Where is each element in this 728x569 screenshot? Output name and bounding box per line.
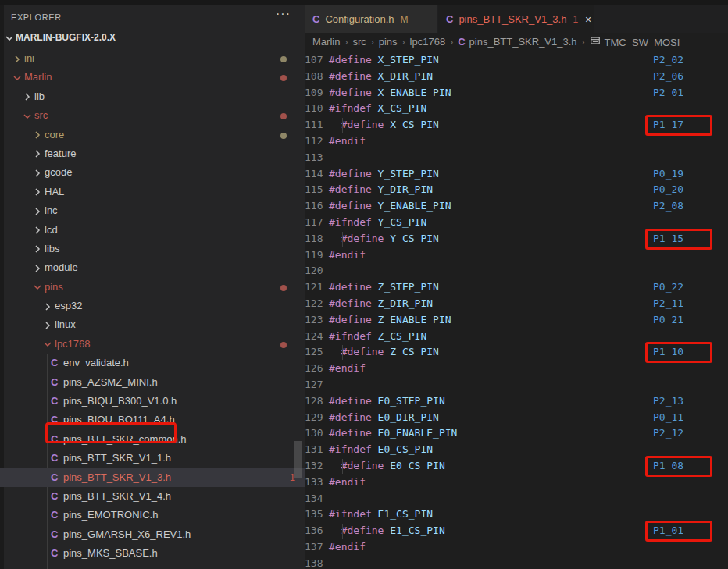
code-line[interactable]: 121#define Z_STEP_PINP0_22 [305,279,728,296]
sidebar-scrollbar-thumb[interactable] [294,441,302,478]
code-line[interactable]: 136 #define E1_CS_PINP1_01 [305,523,728,539]
code-line[interactable]: 127 [305,377,728,393]
tree-item-file[interactable] [0,564,305,569]
code-line[interactable]: 119#endif [305,247,728,264]
tree-item-folder[interactable]: core [0,126,305,144]
line-number[interactable]: 128 [305,393,329,410]
line-number[interactable]: 136 [305,523,329,539]
tree-item-file[interactable]: Cpins_EMOTRONIC.h [0,506,305,525]
code-line[interactable]: 122#define Z_DIR_PINP2_11 [305,296,728,312]
tree-item-folder[interactable]: pins [0,278,305,297]
line-number[interactable]: 126 [305,361,329,377]
workspace-root-item[interactable]: MARLIN-BUGFIX-2.0.X [0,29,305,48]
line-number[interactable]: 117 [305,215,329,231]
tree-item-folder[interactable]: lib [0,87,305,106]
tree-item-folder[interactable]: linux [0,315,305,334]
line-number[interactable]: 108 [305,69,329,85]
tree-item-file[interactable]: Cpins_BIQU_B300_V1.0.h [0,392,305,411]
tree-item-folder[interactable]: src [0,106,305,125]
code-line[interactable]: 124#ifndef Z_CS_PIN [305,329,728,345]
tree-item-folder[interactable]: Marlin [0,68,305,87]
tree-item-file[interactable]: Cpins_MKS_SBASE.h [0,544,305,563]
line-number[interactable]: 135 [305,507,329,523]
code-line[interactable]: 130#define E0_ENABLE_PINP2_12 [305,425,728,442]
tree-item-file[interactable]: Cpins_BTT_SKR_V1_1.h [0,449,305,468]
tree-item-file[interactable]: Cpins_BIQU_BQ111_A4.h [0,411,305,429]
breadcrumb-item[interactable]: pins [379,36,398,48]
line-number[interactable]: 125 [305,344,329,361]
line-number[interactable]: 109 [305,85,329,101]
line-number[interactable]: 134 [305,491,329,507]
line-number[interactable]: 124 [305,329,329,345]
code-line[interactable]: 137#endif [305,539,728,556]
line-number[interactable]: 119 [305,247,329,264]
tree-item-file[interactable]: Cpins_BTT_SKR_V1_4.h [0,487,305,506]
line-number[interactable]: 123 [305,312,329,329]
line-number[interactable]: 120 [305,263,329,279]
close-icon[interactable]: × [585,13,591,26]
tab-configuration-h[interactable]: C Configuration.h M [305,5,437,33]
code-line[interactable]: 134 [305,491,728,507]
breadcrumb-file-item[interactable]: Cpins_BTT_SKR_V1_3.h [458,36,576,48]
line-number[interactable]: 114 [305,166,329,183]
line-number[interactable]: 110 [305,101,329,117]
tree-item-folder[interactable]: lcd [0,221,305,240]
tree-item-folder[interactable]: ini [0,49,305,68]
code-line[interactable]: 110#ifndef X_CS_PIN [305,101,728,117]
line-number[interactable]: 107 [305,52,329,69]
code-line[interactable]: 114#define Y_STEP_PINP0_19 [305,166,728,183]
code-line[interactable]: 116#define Y_ENABLE_PINP2_08 [305,198,728,215]
tree-item-folder[interactable]: gcode [0,163,305,182]
code-line[interactable]: 108#define X_DIR_PINP2_06 [305,69,728,85]
code-line[interactable]: 138 [305,556,728,569]
code-line[interactable]: 115#define Y_DIR_PINP0_20 [305,182,728,198]
code-line[interactable]: 129#define E0_DIR_PINP0_11 [305,410,728,426]
breadcrumb-item[interactable]: lpc1768 [410,36,446,48]
code-line[interactable]: 112#endif [305,133,728,150]
line-number[interactable]: 121 [305,279,329,296]
line-number[interactable]: 127 [305,377,329,393]
tree-item-file[interactable]: Cpins_AZSMZ_MINI.h [0,373,305,392]
line-number[interactable]: 122 [305,296,329,312]
tree-item-folder[interactable]: HAL [0,183,305,201]
tree-item-folder[interactable]: esp32 [0,297,305,315]
tree-item-folder[interactable]: libs [0,240,305,258]
tree-item-folder[interactable]: feature [0,144,305,163]
code-line[interactable]: 132 #define E0_CS_PINP1_08 [305,458,728,475]
line-number[interactable]: 118 [305,231,329,247]
breadcrumb-symbol-item[interactable]: TMC_SW_MOSI [590,35,680,48]
line-number[interactable]: 113 [305,150,329,166]
line-number[interactable]: 138 [305,556,329,569]
code-line[interactable]: 117#ifndef Y_CS_PIN [305,215,728,231]
code-line[interactable]: 128#define E0_STEP_PINP2_13 [305,393,728,410]
tab-pins-btt-skr-v1-3-h[interactable]: C pins_BTT_SKR_V1_3.h 1 × [438,5,594,33]
code-line[interactable]: 109#define X_ENABLE_PINP2_01 [305,85,728,101]
line-number[interactable]: 133 [305,475,329,491]
tree-item-folder[interactable]: module [0,258,305,277]
tree-item-file[interactable]: Cenv_validate.h [0,354,305,372]
line-number[interactable]: 137 [305,539,329,556]
line-number[interactable]: 115 [305,182,329,198]
code-line[interactable]: 133#endif [305,475,728,491]
line-number[interactable]: 111 [305,117,329,133]
code-line[interactable]: 123#define Z_ENABLE_PINP0_21 [305,312,728,329]
code-line[interactable]: 125 #define Z_CS_PINP1_10 [305,344,728,361]
line-number[interactable]: 112 [305,133,329,150]
line-number[interactable]: 116 [305,198,329,215]
code-line[interactable]: 120 [305,263,728,279]
breadcrumb-item[interactable]: Marlin [312,36,340,48]
line-number[interactable]: 132 [305,458,329,475]
breadcrumb-item[interactable]: src [352,36,366,48]
tree-item-file[interactable]: Cpins_GMARSH_X6_REV1.h [0,525,305,544]
explorer-more-actions-icon[interactable]: ··· [276,7,291,21]
tree-item-folder[interactable]: inc [0,201,305,220]
code-line[interactable]: 135#ifndef E1_CS_PIN [305,507,728,523]
code-line[interactable]: 131#ifndef E0_CS_PIN [305,442,728,458]
code-line[interactable]: 113 [305,150,728,166]
tree-item-folder[interactable]: lpc1768 [0,335,305,354]
code-line[interactable]: 126#endif [305,361,728,377]
code-line[interactable]: 107#define X_STEP_PINP2_02 [305,52,728,69]
code-line[interactable]: 118 #define Y_CS_PINP1_15 [305,231,728,247]
line-number[interactable]: 129 [305,410,329,426]
line-number[interactable]: 130 [305,425,329,442]
